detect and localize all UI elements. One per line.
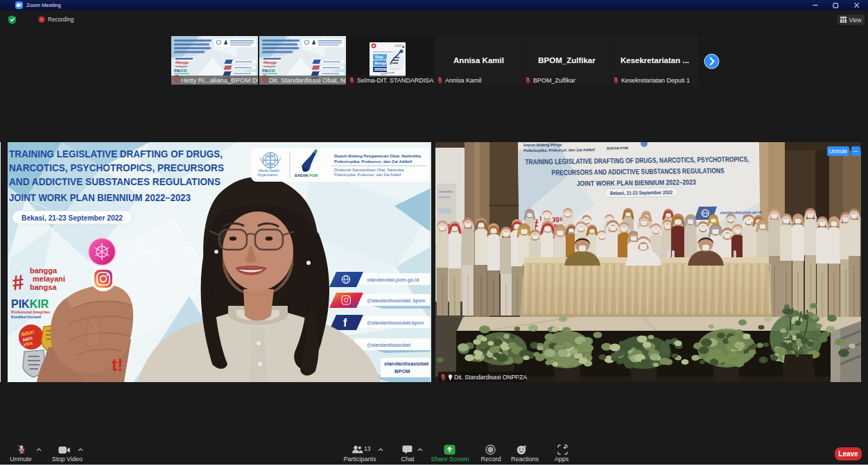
svg-text:f: f bbox=[343, 317, 347, 329]
svg-text:@standardisasiobat.bpom: @standardisasiobat.bpom bbox=[367, 320, 424, 326]
svg-text:standarobat.pom.go.id: standarobat.pom.go.id bbox=[367, 277, 419, 283]
svg-text:Deputi Bidang Pengawasan Obat,: Deputi Bidang Pengawasan Obat, Narkotika… bbox=[334, 154, 422, 158]
svg-text:bangga: bangga bbox=[30, 266, 58, 275]
svg-text:Unmute: Unmute bbox=[829, 148, 847, 155]
svg-text:melayani: melayani bbox=[33, 275, 65, 283]
svg-text:@standardisasiobat_bpom: @standardisasiobat_bpom bbox=[367, 298, 426, 304]
svg-text:@standardisasiobat: @standardisasiobat bbox=[367, 343, 411, 347]
svg-text:PIKKIR: PIKKIR bbox=[11, 298, 49, 310]
svg-text:WBBM: WBBM bbox=[374, 67, 387, 71]
svg-text:Organization: Organization bbox=[257, 173, 278, 177]
svg-text:standardisasiobat: standardisasiobat bbox=[384, 361, 429, 367]
svg-text:bangsa: bangsa bbox=[30, 283, 57, 291]
svg-text:Bekasi, 21-23 September 2022: Bekasi, 21-23 September 2022 bbox=[21, 214, 123, 222]
svg-text:AND ADDICTIVE SUBSTANCES REGUL: AND ADDICTIVE SUBSTANCES REGULATIONS bbox=[9, 176, 220, 187]
svg-text:Profesional Integritas: Profesional Integritas bbox=[11, 310, 50, 314]
svg-text:BPOM: BPOM bbox=[394, 368, 410, 374]
svg-text:...: ... bbox=[853, 147, 858, 153]
svg-text:Direktorat Standardisasi Obat,: Direktorat Standardisasi Obat, Narkotika… bbox=[334, 168, 405, 172]
svg-text:Dit. Standardisasi ONPPZA: Dit. Standardisasi ONPPZA bbox=[454, 374, 527, 381]
svg-text:t!: t! bbox=[112, 355, 123, 374]
svg-text:NARCOTICS, PSYCHOTROPICS, PREC: NARCOTICS, PSYCHOTROPICS, PRECURSORS bbox=[9, 162, 224, 173]
svg-text:Menuju: Menuju bbox=[374, 61, 387, 65]
svg-text:Psikotropika, Prekursor, dan Z: Psikotropika, Prekursor, dan Zat Adiktif bbox=[334, 173, 401, 177]
svg-text:Kredibel Inovatif: Kredibel Inovatif bbox=[11, 315, 41, 319]
svg-text:BADAN POM: BADAN POM bbox=[295, 173, 318, 178]
svg-text:JOINT WORK PLAN BIENNIUM 2022–: JOINT WORK PLAN BIENNIUM 2022–2023 bbox=[9, 192, 191, 203]
svg-text:Psikotropika, Prekursor, dan Z: Psikotropika, Prekursor, dan Zat Adiktif bbox=[334, 159, 413, 164]
svg-text:Siap: Siap bbox=[375, 55, 383, 59]
svg-text:TRAINING LEGISLATIVE DRAFTING: TRAINING LEGISLATIVE DRAFTING OF DRUGS, bbox=[9, 148, 223, 159]
